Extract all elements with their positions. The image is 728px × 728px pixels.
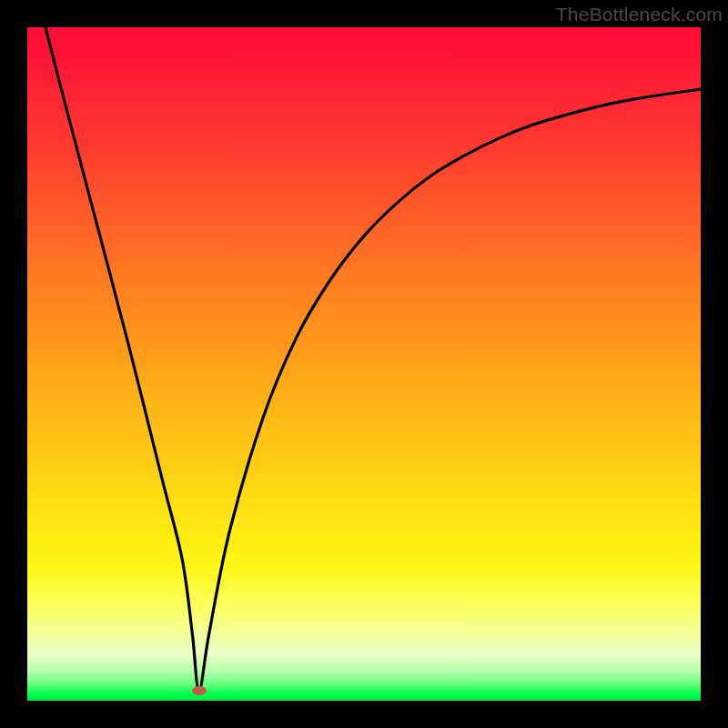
chart-stage: TheBottleneck.com (0, 0, 728, 728)
plot-area (27, 27, 701, 701)
optimum-marker (192, 686, 207, 695)
bottleneck-curve (46, 27, 701, 691)
watermark-text: TheBottleneck.com (556, 4, 723, 25)
curve-svg (27, 27, 701, 701)
